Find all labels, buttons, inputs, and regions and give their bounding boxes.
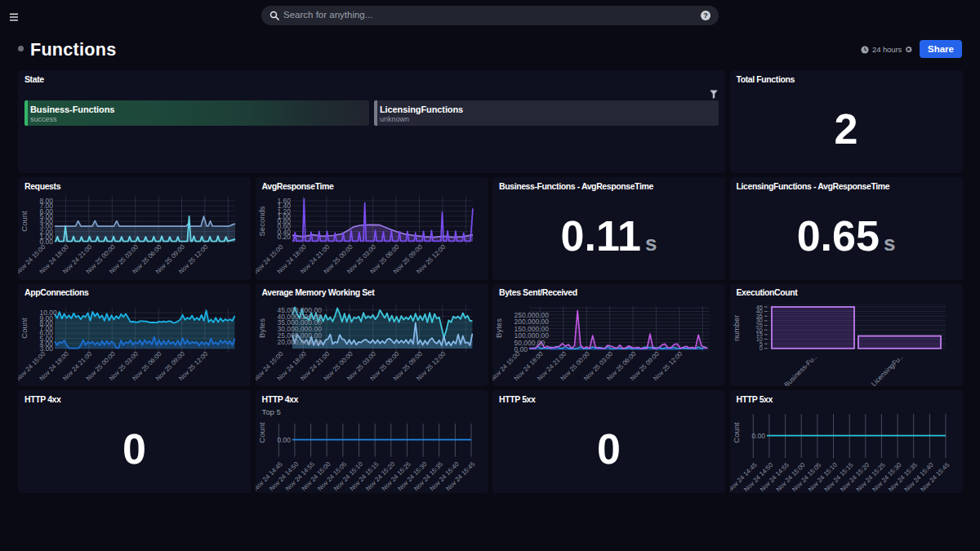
svg-text:0.00: 0.00 xyxy=(277,436,291,444)
svg-text:number: number xyxy=(732,314,741,340)
svg-text:250,000.00: 250,000.00 xyxy=(514,310,550,318)
svg-text:Count: Count xyxy=(20,211,29,232)
svg-text:45: 45 xyxy=(755,303,762,310)
svg-text:Count: Count xyxy=(732,422,741,443)
svg-text:0.00: 0.00 xyxy=(751,432,765,440)
svg-text:10.00: 10.00 xyxy=(40,309,58,317)
svg-text:Count: Count xyxy=(257,422,266,443)
svg-text:Bytes: Bytes xyxy=(257,318,266,337)
svg-text:Seconds: Seconds xyxy=(257,206,266,236)
svg-text:Bytes: Bytes xyxy=(494,318,503,337)
svg-text:Business-Fu..: Business-Fu.. xyxy=(782,353,818,386)
svg-text:1.60: 1.60 xyxy=(277,197,291,205)
svg-text:LicensingFu..: LicensingFu.. xyxy=(869,353,904,386)
svg-text:Count: Count xyxy=(20,317,29,338)
svg-text:45,000,000.00: 45,000,000.00 xyxy=(277,305,322,313)
